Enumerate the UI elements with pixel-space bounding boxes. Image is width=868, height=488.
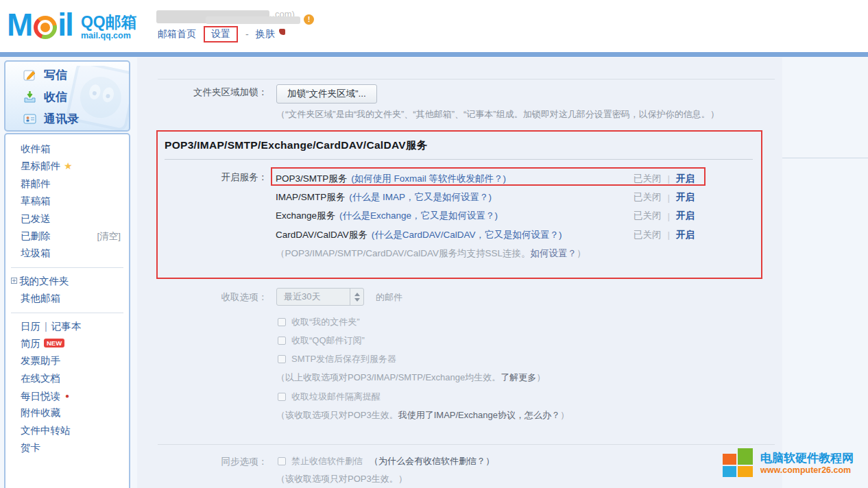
account-alert-icon[interactable]: ! (304, 14, 314, 25)
sidebar-item-calendar-notes: 日历|记事本 (5, 318, 129, 335)
nav-settings[interactable]: 设置 (211, 28, 230, 39)
right-gutter (782, 58, 868, 488)
header-nav: 邮箱首页 设置 - 换肤 (158, 26, 285, 42)
sidebar-receive-button[interactable]: 收信 (5, 86, 129, 108)
checkbox-smtp-save (278, 355, 286, 363)
fetch-range-value: 最近30天 (277, 291, 350, 303)
sidebar-item-greeting-cards[interactable]: 贺卡 (5, 439, 129, 456)
sidebar-item-my-folders[interactable]: 我的文件夹 (5, 273, 129, 290)
option-spam-reminder: 收取垃圾邮件隔离提醒 (278, 390, 381, 404)
exchange-status: 已关闭 (634, 210, 662, 222)
pop3-only-note: （该收取选项只对POP3生效。我使用了IMAP/Exchange协议，怎么办？） (276, 409, 569, 422)
windows-logo-icon (721, 447, 754, 480)
sync-options-label: 同步选项： (178, 456, 267, 468)
mail-ring-icon (34, 16, 57, 39)
logo-letter-il: il (58, 5, 73, 44)
sidebar-item-deleted[interactable]: 已删除[清空] (5, 228, 129, 245)
checkbox-forbid-delete (278, 457, 286, 465)
sidebar-compose-label: 写信 (44, 67, 67, 83)
skin-icon (279, 29, 285, 35)
fetch-range-suffix: 的邮件 (376, 291, 402, 304)
folder-lock-note: （“文件夹区域”是由“我的文件夹”、“其他邮箱”、“记事本”组成。加锁即对这几部… (276, 108, 719, 121)
checkbox-fetch-my-folders (278, 318, 286, 326)
exchange-enable-link[interactable]: 开启 (676, 210, 695, 222)
checkbox-spam-reminder (278, 393, 286, 401)
service-title-divider (165, 159, 753, 160)
sidebar-item-other-mailboxes[interactable]: 其他邮箱 (5, 290, 129, 307)
brand-name: QQ邮箱 (81, 14, 137, 31)
service-row-carddav-caldav: CardDAV/CalDAV服务 (什么是CardDAV/CalDAV，它又是如… (276, 225, 697, 244)
empty-deleted-link[interactable]: [清空] (97, 228, 121, 245)
account-blur-overlay-2 (206, 16, 300, 24)
sidebar-compose-button[interactable]: 写信 (5, 64, 129, 86)
exchange-help-link[interactable]: (什么是Exchange，它又是如何设置？) (339, 210, 498, 222)
new-badge: NEW (44, 339, 64, 347)
why-delete-link[interactable]: （为什么会有收信软件删信？） (370, 455, 494, 467)
option-fetch-my-folders: 收取“我的文件夹” (278, 315, 360, 329)
option-smtp-save: SMTP发信后保存到服务器 (278, 352, 396, 366)
fetch-scope-note: （以上收取选项对POP3/IMAP/SMTP/Exchange均生效。了解更多） (276, 371, 545, 384)
sidebar-item-notes[interactable]: 记事本 (51, 321, 82, 332)
checkbox-fetch-subscription (278, 337, 286, 345)
sidebar-item-resume[interactable]: 简历NEW (5, 335, 129, 352)
expand-plus-icon[interactable] (11, 278, 17, 284)
sidebar-item-junk[interactable]: 垃圾箱 (5, 245, 129, 262)
sidebar-receive-label: 收信 (44, 89, 67, 105)
service-section-title: POP3/IMAP/SMTP/Exchange/CardDAV/CalDAV服务 (165, 138, 428, 153)
ssl-support-note: （POP3/IMAP/SMTP/CardDAV/CalDAV服务均支持SSL连接… (276, 245, 697, 263)
option-forbid-delete: 禁止收信软件删信 （为什么会有收信软件删信？） (278, 454, 494, 468)
nav-change-skin[interactable]: 换肤 (256, 28, 275, 40)
brand-domain: mail.qq.com (81, 31, 137, 40)
imap-help-link[interactable]: (什么是 IMAP，它又是如何设置？) (349, 191, 492, 204)
section-divider (158, 79, 775, 80)
nav-dash: - (245, 29, 249, 40)
enable-services-label: 开启服务： (178, 171, 267, 184)
site-watermark: 电脑软硬件教程网 www.computer26.com (721, 447, 854, 480)
section-divider (158, 444, 775, 445)
service-rows: POP3/SMTP服务 (如何使用 Foxmail 等软件收发邮件？) 已关闭 … (276, 169, 697, 263)
fetch-range-select: 最近30天 (276, 288, 364, 306)
sidebar-divider (11, 313, 123, 313)
sidebar-item-daily-reading[interactable]: 每日悦读● (5, 387, 129, 404)
watermark-site-url: www.computer26.com (760, 465, 854, 475)
sidebar-item-drafts[interactable]: 草稿箱 (5, 193, 129, 210)
carddav-help-link[interactable]: (什么是CardDAV/CalDAV，它又是如何设置？) (372, 229, 562, 241)
sidebar-item-file-transfer[interactable]: 文件中转站 (5, 422, 129, 439)
fetch-options-label: 收取选项： (178, 291, 267, 304)
calendar-notes-separator: | (45, 321, 47, 332)
logo-letter-m: M (7, 5, 32, 44)
sidebar-contacts-button[interactable]: 通讯录 (5, 108, 129, 130)
qqmail-logo[interactable]: M il QQ邮箱 mail.qq.com (7, 5, 137, 44)
sidebar-item-invoice-helper[interactable]: 发票助手 (5, 352, 129, 369)
select-spinner-icon (350, 289, 363, 305)
sync-pop3-note: （该收取选项只对POP3生效。） (276, 473, 407, 485)
imap-enable-link[interactable]: 开启 (676, 191, 695, 204)
service-row-pop3-smtp: POP3/SMTP服务 (如何使用 Foxmail 等软件收发邮件？) 已关闭 … (276, 169, 697, 188)
pop3-status: 已关闭 (634, 173, 662, 185)
folder-lock-label: 文件夹区域加锁： (178, 86, 267, 99)
watermark-site-name: 电脑软硬件教程网 (760, 452, 854, 465)
sidebar-item-starred[interactable]: 星标邮件★ (5, 158, 129, 175)
imap-exchange-howto-link[interactable]: 我使用了IMAP/Exchange协议，怎么办？ (398, 410, 560, 420)
sidebar-item-inbox[interactable]: 收件箱 (5, 141, 129, 158)
sidebar-item-sent[interactable]: 已发送 (5, 210, 129, 228)
sidebar-item-online-docs[interactable]: 在线文档 (5, 370, 129, 387)
header: M il QQ邮箱 mail.qq.com …com) ! 邮箱首页 设置 - … (0, 0, 868, 52)
pop3-help-link[interactable]: (如何使用 Foxmail 等软件收发邮件？) (351, 173, 506, 185)
sidebar-item-attachment-favorites[interactable]: 附件收藏 (5, 404, 129, 422)
nav-mail-home[interactable]: 邮箱首页 (158, 28, 196, 40)
carddav-status: 已关闭 (634, 229, 662, 241)
sidebar-item-group-mail[interactable]: 群邮件 (5, 175, 129, 193)
imap-status: 已关闭 (634, 191, 662, 204)
header-divider-strip (0, 52, 868, 57)
sidebar-folders-panel: 收件箱 星标邮件★ 群邮件 草稿箱 已发送 已删除[清空] 垃圾箱 我的文件夹 … (4, 133, 130, 488)
gutter-line (782, 158, 868, 158)
lock-folder-area-button[interactable]: 加锁“文件夹区域”... (276, 84, 377, 103)
pop3-enable-link[interactable]: 开启 (676, 173, 695, 185)
carddav-enable-link[interactable]: 开启 (676, 229, 695, 241)
contacts-card-icon (23, 112, 36, 125)
ssl-setup-link[interactable]: 如何设置？ (531, 247, 577, 260)
service-row-exchange: Exchange服务 (什么是Exchange，它又是如何设置？) 已关闭 | … (276, 207, 697, 225)
learn-more-link[interactable]: 了解更多 (501, 372, 536, 382)
sidebar-item-calendar[interactable]: 日历 (21, 321, 40, 332)
